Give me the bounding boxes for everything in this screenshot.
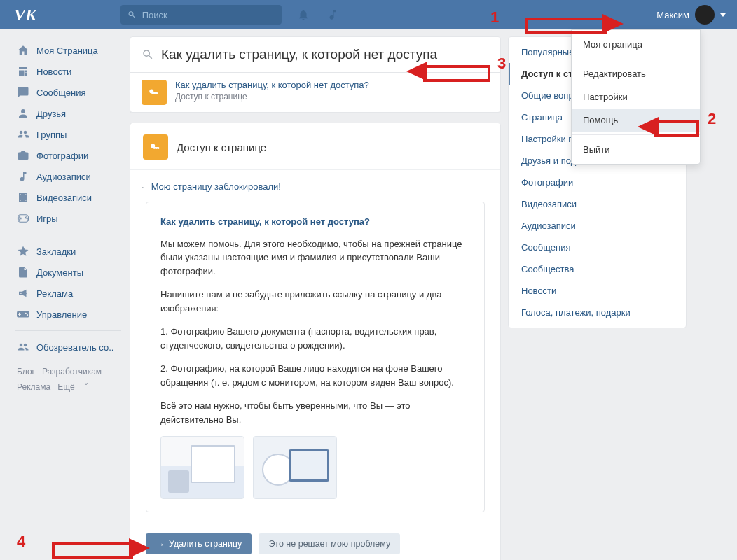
vk-logo[interactable]: VK bbox=[14, 6, 36, 24]
search-icon bbox=[128, 10, 137, 20]
chevron-down-icon bbox=[720, 13, 726, 17]
help-search-input[interactable] bbox=[161, 47, 489, 62]
top-header: VK Максим bbox=[0, 0, 737, 29]
footer-ads[interactable]: Реклама bbox=[17, 382, 50, 392]
footer-devs[interactable]: Разработчикам bbox=[42, 367, 102, 377]
megaphone-icon bbox=[17, 287, 29, 300]
global-search-input[interactable] bbox=[142, 10, 275, 20]
sidebar-item-photos[interactable]: Фотографии bbox=[14, 145, 123, 166]
cat-news[interactable]: Новости bbox=[509, 280, 686, 302]
games-icon bbox=[17, 212, 29, 225]
dd-logout[interactable]: Выйти bbox=[572, 138, 700, 161]
sidebar-item-groups[interactable]: Группы bbox=[14, 124, 123, 145]
cat-payments[interactable]: Голоса, платежи, подарки bbox=[509, 302, 686, 323]
document-icon bbox=[17, 266, 29, 279]
sidebar-separator bbox=[15, 234, 121, 235]
music-icon[interactable] bbox=[326, 8, 339, 21]
section-title: Доступ к странице bbox=[177, 141, 266, 153]
cat-videos[interactable]: Видеозаписи bbox=[509, 193, 686, 215]
suggestion-title: Как удалить страницу, к которой нет дост… bbox=[175, 80, 369, 90]
sidebar-item-video[interactable]: Видеозаписи bbox=[14, 187, 123, 208]
sidebar-item-friends[interactable]: Друзья bbox=[14, 103, 123, 124]
cat-communities[interactable]: Сообщества bbox=[509, 258, 686, 280]
sidebar-item-observer[interactable]: Обозреватель со.. bbox=[14, 337, 123, 358]
illustration-passport bbox=[160, 436, 244, 499]
key-icon bbox=[142, 80, 167, 105]
search-suggestion[interactable]: Как удалить страницу, к которой нет дост… bbox=[130, 72, 500, 112]
sidebar-item-ads[interactable]: Реклама bbox=[14, 283, 123, 304]
blocked-link[interactable]: Мою страницу заблокировали! bbox=[150, 181, 485, 192]
user-avatar bbox=[695, 5, 715, 24]
sidebar-item-news[interactable]: Новости bbox=[14, 61, 123, 82]
dd-help[interactable]: Помощь bbox=[572, 108, 700, 132]
illustration-selfie bbox=[253, 436, 337, 499]
qa-p5: Всё это нам нужно, чтобы быть уверенными… bbox=[160, 399, 470, 426]
dd-my-page[interactable]: Моя страница bbox=[572, 33, 700, 56]
qa-question: Как удалить страницу, к которой нет дост… bbox=[160, 215, 470, 229]
suggestion-category: Доступ к странице bbox=[175, 92, 369, 102]
help-search-card: Как удалить страницу, к которой нет дост… bbox=[130, 36, 501, 113]
star-icon bbox=[17, 245, 29, 258]
cat-messages[interactable]: Сообщения bbox=[509, 237, 686, 258]
dd-sep bbox=[572, 134, 700, 135]
search-icon bbox=[142, 48, 154, 61]
qa-p1: Мы можем помочь. Для этого необходимо, ч… bbox=[160, 237, 470, 279]
video-icon bbox=[17, 191, 29, 204]
footer-blog[interactable]: Блог bbox=[17, 367, 35, 377]
sidebar-item-messages[interactable]: Сообщения bbox=[14, 82, 123, 103]
sidebar-item-manage[interactable]: Управление bbox=[14, 304, 123, 325]
footer-more[interactable]: Ещё ˅ bbox=[57, 382, 88, 392]
user-menu-trigger[interactable]: Максим bbox=[652, 2, 730, 27]
sidebar-separator bbox=[15, 330, 121, 331]
qa-p3: 1. Фотографию Вашего документа (паспорта… bbox=[160, 325, 470, 352]
sidebar-footer: БлогРазработчикам РекламаЕщё ˅ bbox=[14, 365, 123, 395]
sidebar-item-audio[interactable]: Аудиозаписи bbox=[14, 166, 123, 187]
cat-photos[interactable]: Фотографии bbox=[509, 172, 686, 193]
dd-edit[interactable]: Редактировать bbox=[572, 62, 700, 85]
cat-audio[interactable]: Аудиозаписи bbox=[509, 215, 686, 237]
main-content: Как удалить страницу, к которой нет дост… bbox=[130, 36, 501, 560]
qa-p2: Напишите нам и не забудьте приложить ссы… bbox=[160, 288, 470, 315]
key-icon bbox=[143, 134, 168, 160]
friends-icon bbox=[17, 107, 29, 120]
photos-icon bbox=[17, 149, 29, 162]
user-dropdown: Моя страница Редактировать Настройки Пом… bbox=[571, 29, 701, 164]
dd-sep bbox=[572, 59, 700, 59]
sidebar-item-mypage[interactable]: Моя Страница bbox=[14, 40, 123, 61]
section-header: Доступ к странице bbox=[130, 123, 500, 170]
notifications-icon[interactable] bbox=[297, 8, 310, 21]
left-sidebar: Моя Страница Новости Сообщения Друзья Гр… bbox=[14, 36, 123, 395]
sidebar-item-games[interactable]: Игры bbox=[14, 208, 123, 229]
audio-icon bbox=[17, 170, 29, 183]
sidebar-item-documents[interactable]: Документы bbox=[14, 262, 123, 283]
news-icon bbox=[17, 65, 29, 78]
user-name: Максим bbox=[656, 10, 689, 20]
qa-box: Как удалить страницу, к которой нет дост… bbox=[146, 202, 485, 512]
sidebar-item-bookmarks[interactable]: Закладки bbox=[14, 241, 123, 262]
groups-icon bbox=[17, 128, 29, 141]
gamepad-icon bbox=[17, 308, 29, 321]
not-solved-button[interactable]: Это не решает мою проблему bbox=[259, 533, 400, 554]
messages-icon bbox=[17, 86, 29, 99]
global-search[interactable] bbox=[120, 5, 282, 24]
delete-page-button[interactable]: Удалить страницу bbox=[146, 533, 252, 554]
qa-p4: 2. Фотографию, на которой Ваше лицо нахо… bbox=[160, 362, 470, 389]
article-card: Доступ к странице Мою страницу заблокиро… bbox=[130, 122, 501, 560]
home-icon bbox=[17, 44, 29, 57]
dd-settings[interactable]: Настройки bbox=[572, 85, 700, 108]
community-icon bbox=[17, 341, 29, 354]
